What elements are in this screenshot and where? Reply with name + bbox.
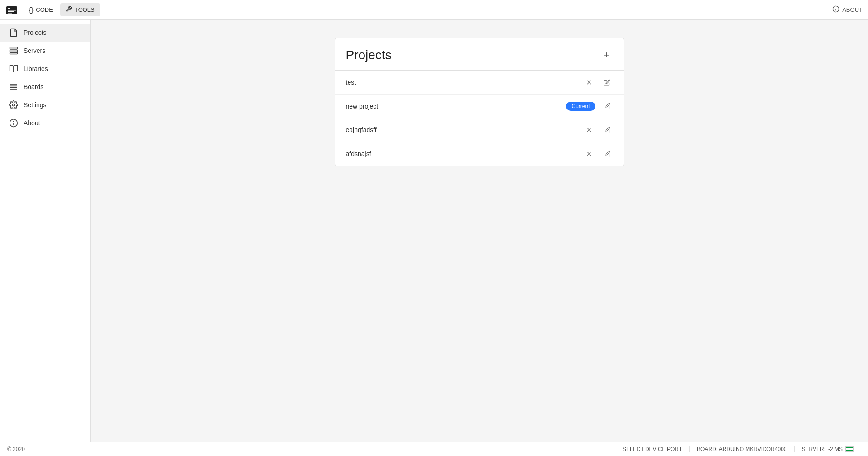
svg-rect-2 bbox=[8, 10, 16, 11]
projects-title: Projects bbox=[346, 48, 392, 62]
sidebar-item-libraries[interactable]: Libraries bbox=[0, 60, 90, 78]
sidebar-item-projects[interactable]: Projects bbox=[0, 24, 90, 42]
sidebar-item-servers[interactable]: Servers bbox=[0, 42, 90, 60]
edit-project-button[interactable] bbox=[601, 101, 613, 111]
project-name: test bbox=[346, 79, 577, 86]
libraries-icon bbox=[9, 64, 18, 73]
projects-icon bbox=[9, 28, 18, 37]
svg-rect-9 bbox=[10, 50, 18, 52]
svg-rect-8 bbox=[10, 48, 18, 49]
project-name: eajngfadsff bbox=[346, 126, 577, 133]
settings-icon bbox=[9, 100, 18, 109]
add-project-button[interactable]: + bbox=[600, 48, 613, 63]
topbar: {} CODE TOOLS ABOUT bbox=[0, 0, 868, 20]
flag-icon bbox=[845, 446, 854, 452]
server-info[interactable]: SERVER: -2 MS bbox=[794, 446, 861, 452]
main-layout: Projects Servers Libraries bbox=[0, 20, 868, 442]
code-curly-icon: {} bbox=[29, 6, 33, 14]
delete-project-button[interactable] bbox=[583, 148, 595, 159]
board-label: BOARD: ARDUINO MKRVIDOR4000 bbox=[697, 446, 787, 452]
project-name: afdsnajsf bbox=[346, 150, 577, 157]
code-button[interactable]: {} CODE bbox=[24, 4, 58, 16]
project-row: test bbox=[335, 71, 624, 95]
tools-button[interactable]: TOOLS bbox=[60, 3, 100, 16]
sidebar-libraries-label: Libraries bbox=[24, 65, 48, 72]
server-ms: -2 MS bbox=[828, 446, 843, 452]
svg-rect-10 bbox=[10, 52, 18, 54]
sidebar-item-settings[interactable]: Settings bbox=[0, 96, 90, 114]
app-logo bbox=[5, 4, 18, 16]
project-row: eajngfadsff bbox=[335, 118, 624, 142]
svg-rect-3 bbox=[8, 11, 14, 12]
sidebar-servers-label: Servers bbox=[24, 47, 45, 54]
sidebar-about-label: About bbox=[24, 119, 40, 127]
delete-project-button[interactable] bbox=[583, 124, 595, 135]
project-name: new project bbox=[346, 103, 561, 110]
about-label: ABOUT bbox=[842, 6, 863, 13]
sidebar-item-about[interactable]: About bbox=[0, 114, 90, 132]
board-info[interactable]: BOARD: ARDUINO MKRVIDOR4000 bbox=[689, 446, 794, 452]
svg-rect-4 bbox=[8, 13, 12, 14]
sidebar: Projects Servers Libraries bbox=[0, 20, 91, 442]
sidebar-settings-label: Settings bbox=[24, 101, 47, 109]
code-label: CODE bbox=[36, 6, 53, 13]
select-device-port[interactable]: SELECT DEVICE PORT bbox=[615, 446, 689, 452]
boards-icon bbox=[9, 82, 18, 91]
delete-project-button[interactable] bbox=[583, 77, 595, 88]
svg-rect-1 bbox=[8, 8, 10, 9]
copyright: © 2020 bbox=[7, 446, 25, 452]
current-badge: Current bbox=[566, 102, 595, 111]
edit-project-button[interactable] bbox=[601, 125, 613, 135]
about-nav[interactable]: ABOUT bbox=[832, 5, 863, 14]
footer: © 2020 SELECT DEVICE PORT BOARD: ARDUINO… bbox=[0, 442, 868, 456]
project-row: new projectCurrent bbox=[335, 95, 624, 118]
tools-label: TOOLS bbox=[75, 6, 95, 13]
sidebar-item-boards[interactable]: Boards bbox=[0, 78, 90, 96]
project-row: afdsnajsf bbox=[335, 142, 624, 166]
servers-icon bbox=[9, 46, 18, 55]
server-label: SERVER: bbox=[802, 446, 825, 452]
projects-panel: Projects + testnew projectCurrenteajngfa… bbox=[335, 38, 624, 166]
tools-wrench-icon bbox=[66, 6, 72, 14]
projects-panel-header: Projects + bbox=[335, 38, 624, 71]
sidebar-projects-label: Projects bbox=[24, 29, 47, 36]
about-sidebar-icon bbox=[9, 119, 18, 128]
edit-project-button[interactable] bbox=[601, 149, 613, 159]
info-icon bbox=[832, 5, 839, 14]
sidebar-boards-label: Boards bbox=[24, 83, 43, 90]
device-port-label: SELECT DEVICE PORT bbox=[623, 446, 682, 452]
projects-list: testnew projectCurrenteajngfadsffafdsnaj… bbox=[335, 71, 624, 166]
content-area: Projects + testnew projectCurrenteajngfa… bbox=[91, 20, 868, 442]
svg-point-15 bbox=[13, 104, 15, 106]
edit-project-button[interactable] bbox=[601, 77, 613, 88]
